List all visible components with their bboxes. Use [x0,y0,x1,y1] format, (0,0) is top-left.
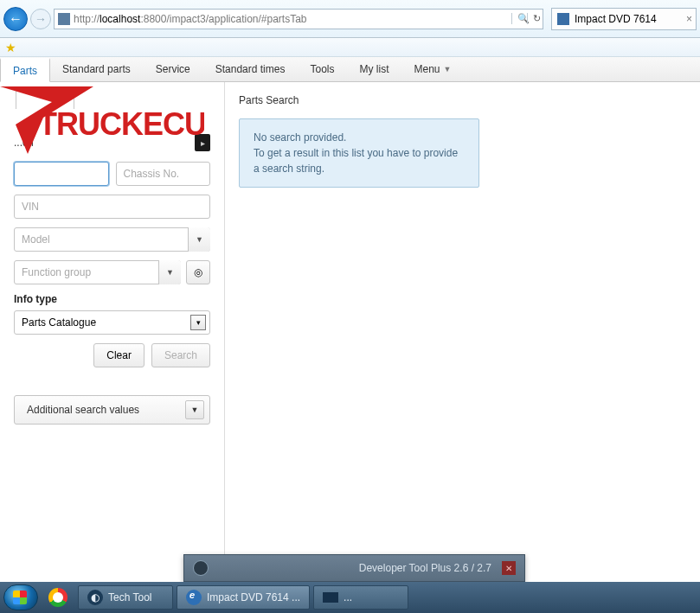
techtool-icon: ◐ [87,590,103,605]
volvo-icon [193,560,209,576]
url-text: http://localhost:8800/impact3/applicatio… [74,13,307,25]
start-button[interactable] [3,584,38,610]
dev-badge-label: Developer Tool Plus 2.6 / 2.7 [359,562,491,574]
taskbar-impact-label: Impact DVD 7614 ... [207,591,300,603]
chevron-down-icon: ▼ [185,400,204,419]
ie-icon [186,590,202,605]
additional-search-toggle[interactable]: Additional search values ▼ [14,395,210,425]
tab-standard-times[interactable]: Standard times [203,57,299,81]
clear-button[interactable]: Clear [93,343,144,367]
site-icon [58,13,70,25]
app-nav: Parts Standard parts Service Standard ti… [0,57,700,82]
address-bar[interactable]: http://localhost:8800/impact3/applicatio… [54,9,543,29]
panel-title: Parts Search [239,94,686,106]
target-icon: ◎ [194,266,202,278]
back-button[interactable]: ← [3,7,28,31]
tab-favicon [557,13,569,25]
vin-input[interactable] [14,195,210,219]
info-line-2: To get a result in this list you have to… [254,145,465,176]
info-type-select[interactable]: Parts Catalogue ▾ [14,310,210,335]
taskbar-volvo[interactable]: ... [313,585,408,610]
browser-tab[interactable]: Impact DVD 7614 × [551,8,697,30]
taskbar-chrome[interactable] [42,585,74,610]
chevron-down-icon: ▼ [444,65,452,73]
tab-tools[interactable]: Tools [298,57,347,81]
info-type-label: Info type [14,293,210,305]
search-icon[interactable]: 🔍 [511,13,525,24]
volvo-logo-icon [323,592,338,603]
tab-menu[interactable]: Menu▼ [401,57,464,81]
info-message: No search provided. To get a result in t… [239,118,479,188]
forward-button[interactable]: → [30,9,51,29]
info-type-dropdown-button[interactable]: ▾ [190,315,206,330]
browser-toolbar: ← → http://localhost:8800/impact3/applic… [0,0,700,38]
favorites-star-icon[interactable]: ★ [5,41,16,54]
info-type-value: Parts Catalogue [22,316,96,329]
tab-service[interactable]: Service [144,57,203,81]
developer-tool-badge[interactable]: Developer Tool Plus 2.6 / 2.7 ✕ [183,554,525,582]
taskbar: ◐ Tech Tool Impact DVD 7614 ... ... [0,582,700,613]
tab-close-icon[interactable]: × [686,13,692,25]
function-group-picker-button[interactable]: ◎ [186,260,210,284]
content-area: ...ch ▸ ▼ ▼ ◎ Info type Parts Catal [0,82,700,578]
favorites-bar: ★ [0,38,700,57]
expand-button[interactable]: ▸ [195,134,210,151]
tab-my-list[interactable]: My list [347,57,401,81]
chassis-input[interactable] [116,162,211,186]
search-button[interactable]: Search [151,343,210,367]
model-combo[interactable] [14,227,210,252]
search-heading: ...ch [14,137,34,149]
function-group-combo[interactable] [14,260,181,284]
main-panel: Parts Search No search provided. To get … [224,82,700,578]
taskbar-impact[interactable]: Impact DVD 7614 ... [177,585,310,610]
tab-title: Impact DVD 7614 [575,13,657,25]
tab-standard-parts[interactable]: Standard parts [50,57,144,81]
close-icon[interactable]: ✕ [502,561,516,575]
taskbar-volvo-label: ... [344,591,352,603]
info-line-1: No search provided. [254,130,465,145]
additional-search-label: Additional search values [27,404,139,416]
function-group-dropdown-button[interactable]: ▼ [158,260,181,284]
refresh-icon[interactable]: ↻ [527,13,541,24]
chrome-icon [48,588,67,607]
taskbar-techtool[interactable]: ◐ Tech Tool [78,585,173,610]
model-dropdown-button[interactable]: ▼ [188,227,210,252]
tab-parts[interactable]: Parts [0,58,50,82]
search-sidebar: ...ch ▸ ▼ ▼ ◎ Info type Parts Catal [0,82,224,578]
primary-search-input[interactable] [14,162,109,186]
taskbar-techtool-label: Tech Tool [108,591,151,603]
